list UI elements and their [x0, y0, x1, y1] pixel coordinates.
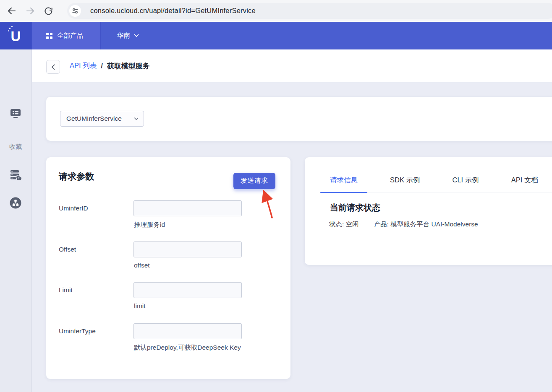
logo-pixel-dot — [8, 30, 9, 31]
browser-reload-button[interactable] — [43, 5, 54, 16]
api-selector-value: GetUMInferService — [66, 115, 122, 122]
field-helper: 默认preDeploy,可获取DeepSeek Key — [134, 343, 241, 352]
offset-input[interactable] — [133, 241, 242, 257]
url-text: console.ucloud.cn/uapi/detail?id=GetUMIn… — [90, 7, 256, 15]
field-helper: limit — [134, 302, 146, 310]
current-request-status-title: 当前请求状态 — [330, 202, 380, 213]
page-title: 获取模型服务 — [107, 61, 150, 71]
limit-input[interactable] — [133, 282, 242, 298]
all-products-label: 全部产品 — [57, 31, 83, 40]
breadcrumb-link-api-list[interactable]: API 列表 — [70, 61, 97, 70]
region-selector[interactable]: 华南 — [117, 22, 139, 49]
back-button[interactable] — [46, 60, 60, 74]
page-header: API 列表 / 获取模型服务 — [32, 49, 552, 82]
sidebar-item-favorites[interactable]: 收藏 — [9, 143, 22, 151]
browser-back-button[interactable] — [6, 5, 17, 16]
chevron-down-icon — [134, 117, 139, 120]
arrow-right-icon — [25, 6, 35, 16]
api-selector[interactable]: GetUMInferService — [60, 111, 144, 127]
form-row-uminferid: UminferID 推理服务id — [46, 200, 290, 239]
sidebar-item-topology[interactable] — [9, 197, 22, 211]
tab-request-info[interactable]: 请求信息 — [330, 176, 358, 185]
chevron-left-icon — [51, 64, 55, 70]
reload-icon — [44, 6, 53, 16]
server-cloud-icon — [9, 169, 22, 182]
tab-cli-example[interactable]: CLI 示例 — [453, 176, 479, 185]
request-params-title: 请求参数 — [59, 171, 94, 182]
console-display-icon — [9, 108, 22, 119]
field-label: Offset — [59, 246, 76, 253]
logo-pixel-dot — [11, 26, 13, 27]
logo-letter: U — [11, 29, 21, 43]
sidebar-item-resources[interactable] — [9, 169, 22, 183]
browser-toolbar: console.ucloud.cn/uapi/detail?id=GetUMIn… — [0, 0, 552, 22]
status-line: 状态: 空闲 产品: 模型服务平台 UAI-Modelverse — [329, 220, 478, 229]
sidebar-item-console[interactable] — [9, 108, 22, 121]
site-settings-icon[interactable] — [69, 5, 81, 17]
api-selector-card: GetUMInferService — [46, 97, 552, 141]
arrow-left-icon — [7, 6, 17, 16]
form-row-limit: Limit limit — [46, 282, 290, 321]
org-network-icon — [9, 197, 22, 209]
url-bar[interactable]: console.ucloud.cn/uapi/detail?id=GetUMIn… — [67, 3, 552, 19]
field-label: UminferID — [59, 205, 88, 212]
browser-forward-button[interactable] — [25, 5, 36, 16]
left-sidebar: 收藏 — [0, 49, 31, 392]
field-helper: offset — [134, 262, 150, 269]
ucloud-logo[interactable]: U — [0, 22, 31, 49]
breadcrumb-separator: / — [101, 62, 103, 70]
tab-api-docs[interactable]: API 文档 — [511, 176, 538, 185]
uminfertype-input[interactable] — [133, 323, 242, 339]
status-value: 状态: 空闲 — [329, 220, 359, 229]
form-row-offset: Offset offset — [46, 241, 290, 280]
field-helper: 推理服务id — [134, 221, 165, 229]
field-label: UminferType — [59, 327, 96, 335]
chevron-down-icon — [134, 34, 139, 37]
field-label: Limit — [59, 286, 73, 294]
tab-sdk-example[interactable]: SDK 示例 — [390, 176, 420, 185]
grid-icon — [46, 33, 52, 39]
form-row-uminfertype: UminferType 默认preDeploy,可获取DeepSeek Key — [46, 323, 290, 362]
all-products-menu[interactable]: 全部产品 — [31, 22, 101, 49]
product-value: 产品: 模型服务平台 UAI-Modelverse — [374, 220, 478, 229]
send-request-button[interactable]: 发送请求 — [233, 173, 275, 189]
uminferid-input[interactable] — [133, 200, 242, 216]
response-tabs: 请求信息 SDK 示例 CLI 示例 API 文档 — [320, 176, 552, 192]
breadcrumb: API 列表 / 获取模型服务 — [70, 49, 150, 82]
region-label: 华南 — [117, 31, 130, 40]
top-navbar: U 全部产品 华南 — [0, 22, 552, 49]
request-params-card: 请求参数 发送请求 UminferID 推理服务id Offset offset… — [46, 157, 290, 379]
logo-pixel-dot — [9, 28, 10, 29]
response-card: 请求信息 SDK 示例 CLI 示例 API 文档 当前请求状态 状态: 空闲 … — [305, 157, 552, 265]
